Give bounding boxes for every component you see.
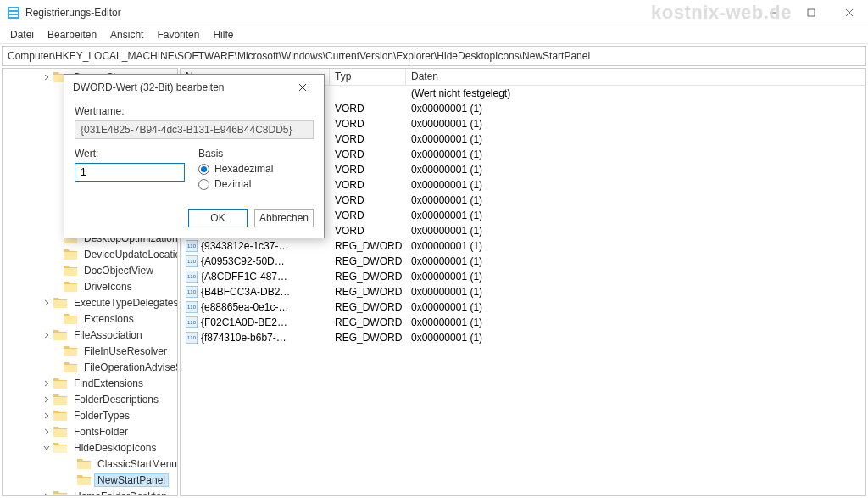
- menu-file[interactable]: Datei: [3, 27, 41, 42]
- chevron-right-icon[interactable]: [42, 394, 52, 405]
- list-row[interactable]: 110{9343812e-1c37-…REG_DWORD0x00000001 (…: [181, 238, 865, 254]
- folder-icon: [53, 410, 67, 421]
- row-type: REG_DWORD: [330, 240, 406, 252]
- row-name: {B4BFCC3A-DB2…: [201, 286, 290, 298]
- row-data: 0x00000001 (1): [406, 301, 865, 313]
- tree-item[interactable]: FileInUseResolver: [3, 343, 177, 359]
- row-type: VORD: [330, 164, 406, 176]
- list-row[interactable]: 110{B4BFCC3A-DB2…REG_DWORD0x00000001 (1): [181, 284, 865, 299]
- tree-item[interactable]: FileAssociation: [3, 327, 177, 343]
- minimize-button[interactable]: [754, 0, 792, 25]
- chevron-right-icon[interactable]: [42, 411, 52, 421]
- tree-item[interactable]: Extensions: [3, 311, 177, 327]
- tree-item[interactable]: FontsFolder: [3, 423, 177, 439]
- tree-item[interactable]: ExecuteTypeDelegates: [3, 294, 177, 311]
- row-data: 0x00000001 (1): [406, 240, 865, 252]
- row-type: VORD: [330, 118, 406, 130]
- radio-hex-label: Hexadezimal: [214, 163, 273, 175]
- row-name: {e88865ea-0e1c-…: [201, 301, 288, 313]
- chevron-down-icon[interactable]: [42, 443, 52, 453]
- chevron-right-icon[interactable]: [42, 72, 52, 82]
- list-row[interactable]: 110{A8CDFF1C-487…REG_DWORD0x00000001 (1): [181, 269, 865, 284]
- address-bar[interactable]: Computer\HKEY_LOCAL_MACHINE\SOFTWARE\Mic…: [2, 46, 866, 66]
- menu-help[interactable]: Hilfe: [206, 27, 240, 42]
- menubar: Datei Bearbeiten Ansicht Favoriten Hilfe: [0, 25, 868, 44]
- chevron-right-icon[interactable]: [42, 378, 52, 389]
- list-row[interactable]: 110{f874310e-b6b7-…REG_DWORD0x00000001 (…: [181, 330, 865, 345]
- row-name: {9343812e-1c37-…: [201, 240, 288, 252]
- menu-view[interactable]: Ansicht: [103, 27, 150, 42]
- app-icon: [7, 6, 20, 20]
- ok-button[interactable]: OK: [188, 209, 248, 227]
- row-type: REG_DWORD: [330, 301, 406, 313]
- tree-item-label: DeviceUpdateLocatior: [81, 249, 178, 260]
- svg-text:110: 110: [187, 305, 197, 310]
- row-type: REG_DWORD: [330, 286, 406, 298]
- tree-item-label: FolderTypes: [70, 410, 133, 422]
- tree-item[interactable]: DeviceUpdateLocatior: [3, 246, 177, 262]
- row-type: VORD: [330, 225, 406, 237]
- tree-item[interactable]: HomeFolderDesktop: [3, 488, 177, 496]
- menu-edit[interactable]: Bearbeiten: [41, 27, 103, 42]
- chevron-right-icon[interactable]: [42, 298, 52, 308]
- dword-icon: 110: [186, 271, 198, 283]
- basis-group: Basis Hexadezimal Dezimal: [198, 148, 273, 193]
- tree-item[interactable]: NewStartPanel: [3, 472, 177, 488]
- tree-item-label: FileInUseResolver: [81, 345, 170, 357]
- chevron-right-icon[interactable]: [42, 330, 52, 340]
- tree-item-label: FileOperationAdviseSi: [81, 361, 178, 373]
- tree-item-label: NewStartPanel: [94, 473, 169, 487]
- row-name: {A0953C92-50D…: [201, 255, 285, 267]
- folder-icon: [53, 442, 67, 453]
- dialog-titlebar[interactable]: DWORD-Wert (32-Bit) bearbeiten: [64, 75, 324, 100]
- tree-item[interactable]: FolderTypes: [3, 407, 177, 423]
- tree-item[interactable]: FolderDescriptions: [3, 391, 177, 407]
- radio-dec[interactable]: Dezimal: [198, 178, 273, 190]
- tree-item-label: HideDesktopIcons: [70, 442, 159, 454]
- row-data: 0x00000001 (1): [406, 225, 865, 237]
- tree-item[interactable]: DocObjectView: [3, 262, 177, 278]
- col-header-type[interactable]: Typ: [330, 69, 406, 85]
- row-type: VORD: [330, 103, 406, 115]
- folder-icon: [53, 394, 67, 405]
- chevron-right-icon[interactable]: [42, 491, 52, 497]
- row-name: {f874310e-b6b7-…: [201, 332, 287, 344]
- close-button[interactable]: [830, 0, 868, 25]
- maximize-button[interactable]: [792, 0, 830, 25]
- list-row[interactable]: 110{F02C1A0D-BE2…REG_DWORD0x00000001 (1): [181, 315, 865, 330]
- svg-text:110: 110: [187, 243, 197, 249]
- dword-icon: 110: [186, 286, 198, 298]
- radio-hex[interactable]: Hexadezimal: [198, 163, 273, 175]
- tree-item[interactable]: ClassicStartMenu: [3, 456, 177, 472]
- row-name: {F02C1A0D-BE2…: [201, 316, 287, 328]
- chevron-right-icon[interactable]: [42, 427, 52, 437]
- menu-favorites[interactable]: Favoriten: [150, 27, 206, 42]
- dialog-close-button[interactable]: [290, 75, 315, 100]
- list-row[interactable]: 110{e88865ea-0e1c-…REG_DWORD0x00000001 (…: [181, 299, 865, 315]
- folder-icon: [64, 345, 77, 356]
- dword-icon: 110: [186, 240, 198, 252]
- value-name-field[interactable]: {031E4825-7B94-4dc3-B131-E946B44C8DD5}: [75, 120, 314, 139]
- tree-item-label: FolderDescriptions: [70, 394, 162, 406]
- cancel-button[interactable]: Abbrechen: [254, 209, 314, 227]
- tree-item[interactable]: FileOperationAdviseSi: [3, 359, 177, 375]
- row-data: 0x00000001 (1): [406, 118, 865, 130]
- row-type: VORD: [330, 194, 406, 206]
- value-data-input[interactable]: [75, 163, 185, 182]
- list-row[interactable]: 110{A0953C92-50D…REG_DWORD0x00000001 (1): [181, 254, 865, 269]
- folder-icon: [53, 426, 67, 437]
- dword-icon: 110: [186, 255, 198, 267]
- tree-item-label: DriveIcons: [81, 281, 136, 293]
- tree-item[interactable]: FindExtensions: [3, 375, 177, 391]
- folder-icon: [53, 297, 67, 308]
- tree-item[interactable]: DriveIcons: [3, 278, 177, 294]
- tree-item[interactable]: HideDesktopIcons: [3, 439, 177, 456]
- value-name-label: Wertname:: [75, 105, 314, 117]
- row-type: VORD: [330, 210, 406, 221]
- row-type: REG_DWORD: [330, 271, 406, 283]
- col-header-data[interactable]: Daten: [406, 69, 865, 85]
- svg-rect-5: [808, 9, 815, 16]
- row-type: REG_DWORD: [330, 316, 406, 328]
- row-data: 0x00000001 (1): [406, 286, 865, 298]
- row-type: REG_DWORD: [330, 255, 406, 267]
